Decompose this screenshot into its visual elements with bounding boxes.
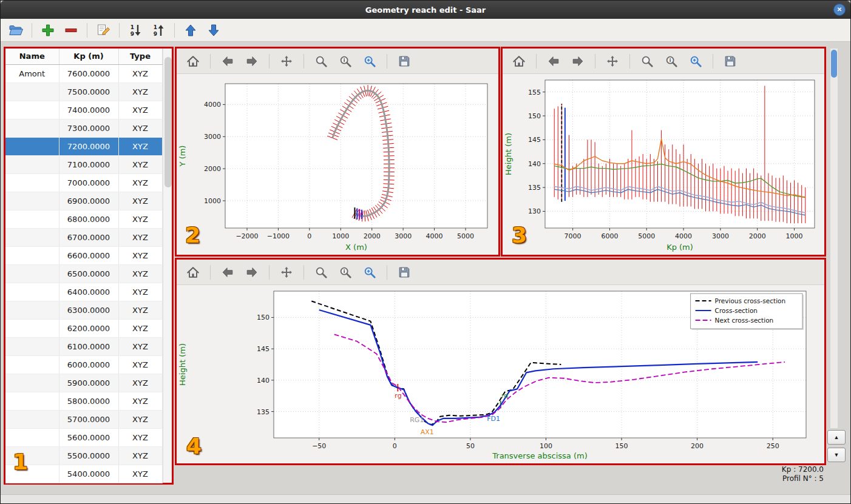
table-cell[interactable]: XYZ xyxy=(118,264,162,283)
table-cell[interactable]: XYZ xyxy=(118,137,162,155)
table-cell[interactable]: 7200.0000 xyxy=(59,137,118,155)
table-cell[interactable]: 7300.0000 xyxy=(59,119,118,137)
table-row[interactable]: 6200.0000XYZ xyxy=(5,319,162,337)
table-cell[interactable]: 6400.0000 xyxy=(59,283,118,301)
table-cell[interactable]: Amont xyxy=(5,64,59,82)
table-row[interactable]: 7100.0000XYZ xyxy=(5,155,162,173)
table-cell[interactable]: XYZ xyxy=(118,465,162,483)
table-cell[interactable] xyxy=(5,192,59,210)
table-cell[interactable]: 6900.0000 xyxy=(59,192,118,210)
forward-button[interactable] xyxy=(569,52,587,70)
table-cell[interactable] xyxy=(5,301,59,319)
edit-profile-button[interactable] xyxy=(94,21,112,39)
table-cell[interactable]: 6200.0000 xyxy=(59,319,118,337)
pan-button[interactable] xyxy=(277,52,296,70)
home-button[interactable] xyxy=(184,52,202,70)
table-cell[interactable]: 6300.0000 xyxy=(59,301,118,319)
table-cell[interactable]: 7100.0000 xyxy=(59,155,118,173)
table-cell[interactable]: XYZ xyxy=(118,155,162,173)
table-cell[interactable] xyxy=(5,283,59,301)
column-header-kp[interactable]: Kp (m) xyxy=(59,49,118,64)
table-row[interactable]: 7300.0000XYZ xyxy=(5,119,162,137)
table-row[interactable]: 6100.0000XYZ xyxy=(5,337,162,355)
table-cell[interactable]: 7600.0000 xyxy=(59,64,118,82)
table-cell[interactable]: XYZ xyxy=(118,119,162,137)
forward-button[interactable] xyxy=(243,52,261,70)
table-cell[interactable]: 7000.0000 xyxy=(59,173,118,192)
table-cell[interactable] xyxy=(5,264,59,283)
table-cell[interactable]: XYZ xyxy=(118,101,162,119)
table-cell[interactable]: 6800.0000 xyxy=(59,210,118,228)
table-cell[interactable]: XYZ xyxy=(118,446,162,465)
table-cell[interactable] xyxy=(5,246,59,264)
table-row[interactable]: Amont7600.0000XYZ xyxy=(5,64,162,82)
table-cell[interactable]: 6000.0000 xyxy=(59,355,118,374)
zoom-detail-button[interactable] xyxy=(662,52,680,70)
table-row[interactable]: 6600.0000XYZ xyxy=(5,246,162,264)
right-scrollbar-thumb[interactable] xyxy=(831,50,837,78)
table-cell[interactable] xyxy=(5,119,59,137)
save-figure-button[interactable] xyxy=(721,52,739,70)
table-cell[interactable] xyxy=(5,137,59,155)
pan-button[interactable] xyxy=(277,263,296,281)
table-scrollbar[interactable] xyxy=(163,49,172,483)
table-cell[interactable]: 6500.0000 xyxy=(59,264,118,283)
table-cell[interactable]: 5900.0000 xyxy=(59,374,118,392)
sort-ascending-button[interactable] xyxy=(149,21,168,39)
table-cell[interactable]: XYZ xyxy=(118,410,162,428)
table-cell[interactable]: 6600.0000 xyxy=(59,246,118,264)
table-cell[interactable] xyxy=(5,410,59,428)
add-profile-button[interactable] xyxy=(39,21,57,39)
table-cell[interactable] xyxy=(5,101,59,119)
table-row[interactable]: 5500.0000XYZ xyxy=(5,446,162,465)
table-cell[interactable]: XYZ xyxy=(118,392,162,410)
table-scrollbar-thumb[interactable] xyxy=(164,57,172,187)
table-cell[interactable] xyxy=(5,355,59,374)
table-cell[interactable] xyxy=(5,82,59,101)
table-cell[interactable] xyxy=(5,337,59,355)
table-row[interactable]: 5600.0000XYZ xyxy=(5,428,162,446)
table-cell[interactable]: XYZ xyxy=(118,428,162,446)
zoom-button[interactable] xyxy=(638,52,656,70)
sort-descending-button[interactable] xyxy=(126,21,144,39)
table-cell[interactable]: XYZ xyxy=(118,355,162,374)
table-cell[interactable]: XYZ xyxy=(118,192,162,210)
table-cell[interactable]: 5700.0000 xyxy=(59,410,118,428)
table-cell[interactable]: 7400.0000 xyxy=(59,101,118,119)
open-button[interactable] xyxy=(7,21,25,39)
back-button[interactable] xyxy=(219,263,237,281)
save-figure-button[interactable] xyxy=(395,52,413,70)
table-cell[interactable]: 7500.0000 xyxy=(59,82,118,101)
table-cell[interactable]: XYZ xyxy=(118,337,162,355)
table-row[interactable]: 6700.0000XYZ xyxy=(5,228,162,246)
zoom-button[interactable] xyxy=(312,52,330,70)
table-cell[interactable] xyxy=(5,210,59,228)
cross-section-chart[interactable]: −50050100150200250135140145150rgrdFD1AX1… xyxy=(177,285,824,463)
column-header-type[interactable]: Type xyxy=(118,49,162,64)
zoom-region-button[interactable] xyxy=(687,52,705,70)
table-cell[interactable]: 6700.0000 xyxy=(59,228,118,246)
table-cell[interactable]: XYZ xyxy=(118,374,162,392)
pan-button[interactable] xyxy=(603,52,622,70)
back-button[interactable] xyxy=(544,52,563,70)
table-row[interactable]: 7400.0000XYZ xyxy=(5,101,162,119)
previous-profile-button[interactable]: ▲ xyxy=(827,430,846,445)
table-cell[interactable]: 5600.0000 xyxy=(59,428,118,446)
zoom-button[interactable] xyxy=(312,263,330,281)
table-cell[interactable]: 6100.0000 xyxy=(59,337,118,355)
forward-button[interactable] xyxy=(243,263,261,281)
table-cell[interactable] xyxy=(5,392,59,410)
column-header-name[interactable]: Name xyxy=(5,49,59,64)
table-cell[interactable]: XYZ xyxy=(118,173,162,192)
home-button[interactable] xyxy=(184,263,202,281)
longitudinal-profile-chart[interactable]: 7000600050004000300020001000130135140145… xyxy=(503,74,824,255)
zoom-detail-button[interactable] xyxy=(336,52,354,70)
table-cell[interactable]: XYZ xyxy=(118,228,162,246)
table-row[interactable]: 6300.0000XYZ xyxy=(5,301,162,319)
zoom-region-button[interactable] xyxy=(361,52,379,70)
table-cell[interactable] xyxy=(5,155,59,173)
next-profile-button[interactable]: ▼ xyxy=(827,448,846,462)
right-scrollbar[interactable] xyxy=(830,48,838,429)
table-cell[interactable]: 5400.0000 xyxy=(59,465,118,483)
home-button[interactable] xyxy=(510,52,528,70)
